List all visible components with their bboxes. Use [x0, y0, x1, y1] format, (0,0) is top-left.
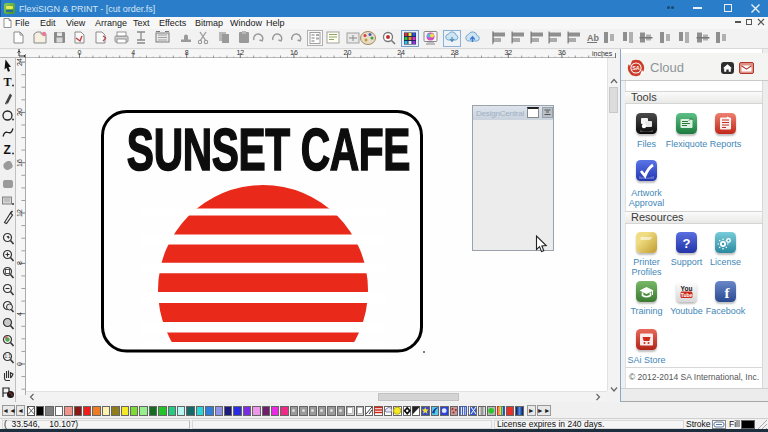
svg-text:Ab: Ab — [587, 33, 599, 43]
svg-text:?: ? — [683, 236, 691, 251]
svg-text:SA: SA — [632, 65, 640, 71]
svg-text:Tube: Tube — [681, 292, 693, 298]
svg-text:Z: Z — [4, 143, 11, 157]
svg-text:f: f — [725, 285, 731, 301]
svg-text:T: T — [4, 75, 12, 89]
svg-text:You: You — [681, 285, 693, 292]
svg-text:1:1: 1:1 — [5, 354, 12, 359]
svg-text:SUNSET CAFE: SUNSET CAFE — [127, 116, 410, 183]
